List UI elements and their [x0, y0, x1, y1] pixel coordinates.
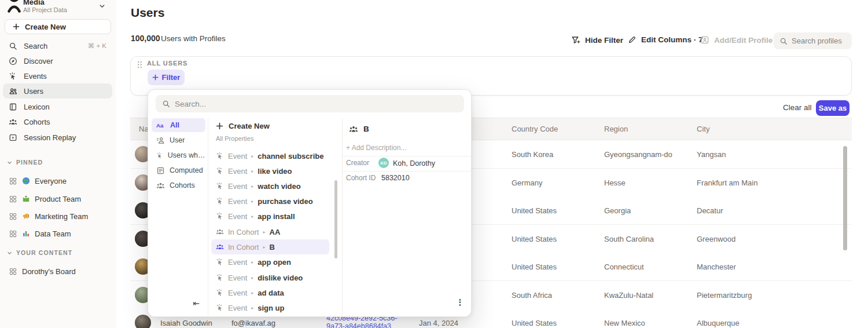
arrow-icon: ▸	[251, 154, 253, 159]
category-cohorts[interactable]: Cohorts	[152, 178, 205, 192]
clear-all-button[interactable]: Clear all	[783, 103, 812, 112]
save-as-button[interactable]: Save as	[816, 100, 849, 116]
popup-create-new-button[interactable]: Create New	[216, 118, 270, 133]
column-header-city[interactable]: City	[697, 125, 709, 133]
sidebar-item-events[interactable]: Events	[3, 68, 112, 83]
creator-label: Creator	[346, 159, 369, 167]
cell-country: Germany	[512, 178, 542, 187]
property-item-cohort-aa[interactable]: In Cohort▸AA	[211, 224, 329, 239]
property-item-app-open[interactable]: Event▸app open	[211, 254, 329, 269]
sidebar-item-search[interactable]: Search ⌘ + K	[3, 38, 112, 53]
collapse-panel-icon[interactable]: ⇤	[190, 297, 203, 309]
category-all[interactable]: Aa All	[152, 118, 205, 132]
arrow-icon: ▸	[251, 305, 253, 311]
sidebar-item-dorothys-board[interactable]: Dorothy's Board	[3, 263, 112, 280]
sidebar-item-label: Product Team	[35, 195, 81, 203]
add-filter-button[interactable]: Filter	[148, 70, 185, 85]
cell-city: Pietermaritzburg	[697, 291, 752, 300]
profile-card-icon	[700, 35, 709, 45]
popup-section-label: All Properties	[216, 135, 253, 142]
property-item-ad-data[interactable]: Event▸ad data	[211, 285, 329, 300]
category-users-who-did[interactable]: Users who di...	[152, 148, 205, 162]
popup-list-scrollbar[interactable]	[334, 180, 337, 258]
hide-filter-button[interactable]: Hide Filter	[571, 35, 623, 45]
project-chevron-down-icon[interactable]	[99, 1, 105, 12]
event-spark-icon	[9, 72, 17, 81]
megaphone-icon	[22, 212, 30, 220]
cell-country: United States	[512, 235, 557, 243]
cell-region: Gyeongsangnam-do	[604, 150, 672, 159]
event-spark-icon	[216, 152, 224, 160]
property-item-channel-subscribe[interactable]: Event▸channel subscribe	[211, 148, 329, 163]
popup-search-input[interactable]	[175, 100, 429, 108]
sidebar-item-cohorts[interactable]: Cohorts	[3, 114, 112, 129]
bar-chart-icon	[22, 229, 30, 238]
property-prefix: Event	[228, 258, 247, 267]
property-prefix: Event	[228, 152, 247, 161]
add-edit-profile-label: Add/Edit Profile	[714, 36, 773, 45]
property-prefix: Event	[228, 289, 247, 297]
property-item-purchase-video[interactable]: Event▸purchase video	[211, 194, 329, 209]
event-spark-icon	[216, 197, 224, 205]
sidebar-item-discover[interactable]: Discover	[3, 53, 112, 68]
category-computed[interactable]: Computed	[152, 163, 205, 177]
property-item-sign-up[interactable]: Event▸sign up	[211, 300, 329, 315]
svg-text:Aa: Aa	[156, 122, 164, 129]
add-edit-profile-button[interactable]: Add/Edit Profile	[700, 35, 773, 45]
event-spark-icon	[156, 151, 163, 160]
property-item-app-install[interactable]: Event▸app install	[211, 209, 329, 224]
globe-icon	[22, 177, 30, 185]
property-prefix: In Cohort	[228, 243, 259, 252]
sidebar-item-session-replay[interactable]: Session Replay	[3, 130, 112, 145]
kebab-menu-icon[interactable]: ⋮	[454, 296, 466, 309]
property-item-cohort-b[interactable]: In Cohort▸B	[211, 239, 329, 254]
cohort-id-value: 5832010	[381, 174, 410, 182]
property-name: ad data	[258, 289, 284, 297]
sidebar-item-data-team[interactable]: Data Team	[3, 225, 112, 242]
project-subtitle: All Project Data	[23, 6, 67, 13]
edit-columns-button[interactable]: Edit Columns · 7	[628, 35, 703, 44]
cell-country: South Africa	[512, 291, 552, 300]
property-picker-popup: Aa All User Users who di... Computed Coh…	[148, 89, 472, 317]
your-content-section-header[interactable]: YOUR CONTENT	[7, 249, 72, 256]
property-item-dislike-video[interactable]: Event▸dislike video	[211, 270, 329, 285]
sidebar-item-users[interactable]: Users	[3, 83, 112, 99]
arrow-icon: ▸	[263, 245, 265, 250]
drag-handle-icon[interactable]	[137, 61, 142, 68]
category-label: Users who di...	[168, 151, 205, 159]
table-scrollbar[interactable]	[843, 146, 847, 250]
pinned-section-header[interactable]: PINNED	[7, 159, 43, 166]
computed-icon	[156, 166, 165, 175]
board-grid-icon	[9, 212, 17, 221]
cohort-icon	[216, 243, 224, 251]
board-grid-icon	[9, 267, 17, 276]
cell-country: United States	[512, 319, 557, 327]
cohort-detail-title: B	[363, 125, 369, 133]
column-header-region[interactable]: Region	[604, 125, 628, 133]
user-count-label[interactable]: Users with Profiles	[161, 34, 226, 43]
create-new-button[interactable]: Create New	[5, 19, 111, 34]
arrow-icon: ▸	[263, 229, 265, 235]
search-profiles-input[interactable]	[792, 37, 847, 45]
property-name: channel subscribe	[258, 152, 323, 161]
sidebar-item-product-team[interactable]: Product Team	[3, 190, 112, 207]
column-header-country-code[interactable]: Country Code	[512, 125, 558, 133]
sidebar-item-everyone[interactable]: Everyone	[3, 172, 112, 189]
edit-columns-label: Edit Columns · 7	[641, 35, 703, 44]
event-spark-icon	[216, 289, 224, 297]
sidebar-item-label: Users	[24, 87, 43, 96]
sidebar-item-marketing-team[interactable]: Marketing Team	[3, 207, 112, 225]
property-prefix: Event	[228, 274, 247, 282]
your-content-label: YOUR CONTENT	[16, 249, 72, 256]
add-description-link[interactable]: + Add Description...	[346, 144, 406, 152]
category-user[interactable]: User	[152, 133, 205, 147]
project-switcher[interactable]: Media All Project Data	[23, 0, 67, 13]
property-prefix: Event	[228, 197, 247, 206]
arrow-icon: ▸	[251, 275, 253, 280]
property-name: sign up	[258, 304, 284, 312]
popup-search-box	[156, 95, 464, 112]
sidebar-item-lexicon[interactable]: Lexicon	[3, 99, 112, 114]
property-item-like-video[interactable]: Event▸like video	[211, 163, 329, 178]
arrow-icon: ▸	[251, 169, 253, 174]
property-item-watch-video[interactable]: Event▸watch video	[211, 178, 329, 194]
